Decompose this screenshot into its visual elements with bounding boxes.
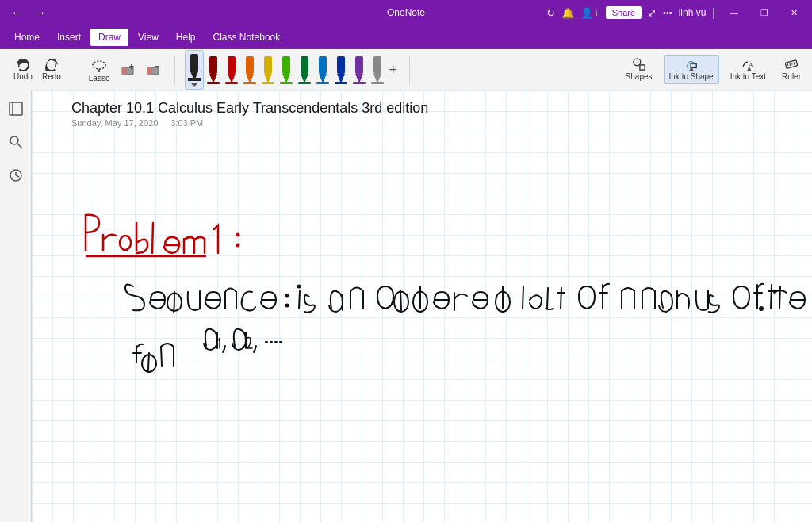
- undo-button[interactable]: Undo: [10, 56, 36, 83]
- svg-point-62: [120, 236, 131, 250]
- menu-view[interactable]: View: [130, 29, 167, 46]
- lasso-eraser-group: Lasso: [82, 55, 168, 85]
- app-title: OneNote: [387, 7, 425, 18]
- add-pen-icon: +: [389, 55, 398, 85]
- shapes-button[interactable]: Shapes: [621, 56, 657, 83]
- svg-rect-41: [373, 56, 381, 74]
- note-title: Chapter 10.1 Calculus Early Transcendent…: [71, 100, 796, 117]
- menu-draw[interactable]: Draw: [90, 29, 128, 46]
- svg-rect-9: [190, 54, 198, 71]
- share-button[interactable]: Share: [606, 6, 642, 19]
- svg-marker-47: [689, 67, 693, 71]
- note-header: Chapter 10.1 Calculus Early Transcendent…: [32, 90, 812, 131]
- forward-button[interactable]: →: [30, 5, 51, 21]
- note-meta: Sunday, May 17, 2020 3:03 PM: [71, 118, 796, 128]
- svg-point-0: [93, 61, 105, 69]
- svg-rect-23: [264, 56, 272, 74]
- eraser-subtract-button[interactable]: [141, 59, 165, 80]
- pen-black[interactable]: [185, 50, 204, 90]
- handwriting-canvas: [32, 90, 812, 522]
- svg-rect-34: [316, 82, 329, 84]
- svg-line-51: [787, 63, 788, 66]
- svg-rect-35: [337, 56, 345, 74]
- svg-rect-29: [301, 56, 308, 74]
- menubar: Home Insert Draw View Help Class Noteboo…: [0, 25, 812, 49]
- separator-3: [409, 56, 410, 84]
- svg-rect-32: [319, 56, 327, 74]
- pen-lightblue[interactable]: [314, 53, 331, 86]
- undo-redo-group: Undo Redo: [6, 56, 68, 83]
- pen-orange[interactable]: [241, 53, 259, 86]
- svg-point-65: [236, 244, 240, 248]
- svg-line-58: [17, 144, 22, 148]
- ink-to-shape-button[interactable]: Ink to Shape: [664, 55, 719, 84]
- svg-rect-22: [243, 82, 256, 84]
- svg-rect-20: [246, 56, 254, 74]
- ink-to-shape-icon: [685, 58, 698, 71]
- pen-gray[interactable]: [369, 53, 386, 86]
- content-area: Chapter 10.1 Calculus Early Transcendent…: [0, 90, 812, 522]
- shapes-icon: [633, 58, 645, 71]
- eraser-subtract-icon: [145, 62, 161, 78]
- ruler-button[interactable]: Ruler: [777, 56, 806, 83]
- svg-line-54: [794, 62, 795, 64]
- svg-line-53: [791, 63, 792, 65]
- add-pen-button[interactable]: +: [387, 53, 400, 86]
- menu-class-notebook[interactable]: Class Notebook: [205, 29, 289, 46]
- pen-yellow[interactable]: [259, 53, 277, 86]
- svg-rect-43: [371, 82, 384, 84]
- lasso-button[interactable]: Lasso: [85, 55, 114, 85]
- more-icon[interactable]: •••: [663, 8, 672, 17]
- pen-darkgreen[interactable]: [296, 53, 313, 86]
- close-button[interactable]: ✕: [783, 5, 806, 21]
- minimize-button[interactable]: —: [722, 5, 746, 21]
- restore-button[interactable]: ❐: [753, 5, 776, 21]
- menu-insert[interactable]: Insert: [49, 29, 89, 46]
- pen-purple[interactable]: [350, 53, 368, 86]
- left-sidebar: [0, 90, 32, 522]
- sidebar-notebook-icon[interactable]: [4, 97, 28, 121]
- svg-point-67: [285, 304, 289, 308]
- back-button[interactable]: ←: [6, 5, 27, 21]
- svg-rect-31: [298, 82, 311, 84]
- svg-rect-45: [639, 65, 644, 70]
- svg-rect-16: [207, 82, 220, 84]
- expand-icon[interactable]: ⤢: [648, 7, 657, 19]
- pen-lightgreen[interactable]: [278, 53, 295, 86]
- svg-rect-14: [209, 56, 217, 74]
- user-name: linh vu: [679, 7, 707, 18]
- note-date: Sunday, May 17, 2020: [71, 118, 158, 128]
- redo-button[interactable]: Redo: [38, 56, 65, 83]
- svg-rect-37: [335, 82, 347, 84]
- titlebar-navigation: ← →: [6, 5, 51, 21]
- sidebar-search-icon[interactable]: [4, 130, 28, 154]
- bell-icon[interactable]: 🔔: [561, 7, 574, 19]
- menu-home[interactable]: Home: [6, 29, 48, 46]
- separator-1: [75, 56, 75, 84]
- ink-to-text-button[interactable]: A Ink to Text: [726, 56, 771, 83]
- ink-to-text-icon: A: [741, 58, 754, 71]
- note-area[interactable]: Chapter 10.1 Calculus Early Transcendent…: [32, 90, 812, 522]
- svg-point-64: [236, 233, 240, 237]
- sidebar-recent-icon[interactable]: [4, 163, 28, 187]
- svg-point-57: [10, 136, 18, 144]
- sync-icon[interactable]: ↻: [546, 7, 555, 19]
- svg-rect-3: [122, 67, 127, 75]
- svg-rect-7: [147, 67, 152, 75]
- ruler-icon: [785, 58, 798, 71]
- svg-point-69: [759, 306, 764, 311]
- user-separator: |: [712, 6, 715, 19]
- separator-2: [174, 56, 175, 84]
- svg-rect-55: [10, 102, 22, 115]
- svg-rect-12: [189, 79, 200, 81]
- pen-tools-group: +: [182, 50, 404, 90]
- pen-darkred[interactable]: [205, 53, 222, 86]
- svg-rect-19: [225, 82, 238, 84]
- pen-red[interactable]: [223, 53, 240, 86]
- menu-help[interactable]: Help: [168, 29, 204, 46]
- pen-darkblue[interactable]: [332, 53, 350, 86]
- svg-line-61: [16, 175, 19, 177]
- svg-point-66: [285, 294, 289, 298]
- add-people-icon[interactable]: 👤+: [580, 7, 599, 19]
- eraser-add-button[interactable]: [116, 59, 140, 80]
